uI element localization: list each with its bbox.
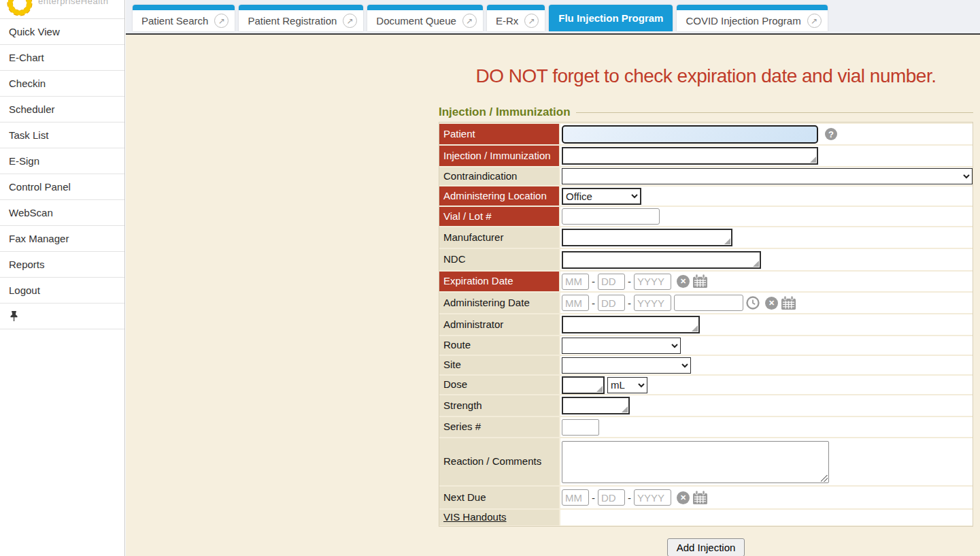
date-separator: - [628, 492, 631, 504]
program-tab-bar: Patient Search ↗ Patient Registration ↗ … [126, 0, 980, 35]
tab-accent-strip [677, 5, 827, 10]
row-expiration-date: Expiration Date - - ✕ [439, 272, 973, 291]
row-manufacturer: Manufacturer [439, 227, 973, 248]
expiration-day-input[interactable] [598, 274, 625, 290]
tab-covid-injection-program[interactable]: COVID Injection Program ↗ [677, 5, 827, 31]
administrator-input[interactable] [562, 316, 700, 333]
sidebar-item-scheduler[interactable]: Scheduler [0, 97, 124, 122]
sidebar-item-fax-manager[interactable]: Fax Manager [0, 226, 124, 252]
site-select[interactable] [562, 357, 691, 374]
clear-date-icon[interactable]: ✕ [677, 275, 690, 288]
vial-lot-label: Vial / Lot # [439, 207, 559, 226]
contraindication-select[interactable] [562, 168, 973, 184]
strength-input[interactable] [562, 397, 630, 414]
legend-divider [576, 112, 973, 113]
next-due-year-input[interactable] [634, 489, 671, 506]
tab-patient-search[interactable]: Patient Search ↗ [133, 5, 235, 31]
row-site: Site [439, 356, 973, 374]
launch-arrow-icon[interactable]: ↗ [343, 14, 357, 28]
tab-label: Flu Injection Program [558, 12, 663, 24]
launch-arrow-icon[interactable]: ↗ [462, 14, 477, 28]
expiration-month-input[interactable] [562, 274, 589, 290]
next-due-label: Next Due [439, 487, 559, 508]
tab-accent-strip [367, 5, 483, 10]
administering-time-input[interactable] [674, 295, 743, 311]
row-series: Series # [439, 417, 973, 437]
launch-arrow-icon[interactable]: ↗ [807, 14, 822, 28]
administering-month-input[interactable] [562, 295, 589, 311]
expiration-warning-text: DO NOT forget to check expiration date a… [439, 65, 973, 87]
add-injection-button[interactable]: Add Injection [667, 538, 745, 556]
vis-handouts-cell: VIS Handouts [439, 510, 559, 525]
reaction-comments-textarea[interactable] [562, 441, 829, 483]
administering-year-input[interactable] [634, 295, 671, 311]
administrator-label: Administrator [439, 314, 559, 335]
tab-flu-injection-program[interactable]: Flu Injection Program [549, 5, 673, 31]
main-content: DO NOT forget to check expiration date a… [126, 35, 980, 556]
sidebar-item-webscan[interactable]: WebScan [0, 200, 124, 226]
row-administering-date: Administering Date - - ✕ [439, 293, 973, 313]
next-due-day-input[interactable] [598, 489, 625, 506]
tab-accent-strip [239, 5, 363, 10]
date-separator: - [592, 276, 595, 287]
calendar-icon[interactable] [781, 296, 796, 310]
date-separator: - [592, 297, 595, 309]
sidebar-item-reports[interactable]: Reports [0, 252, 124, 278]
ndc-label: NDC [439, 249, 559, 270]
next-due-month-input[interactable] [562, 489, 589, 506]
administering-day-input[interactable] [598, 295, 625, 311]
ndc-input[interactable] [562, 251, 761, 269]
tab-document-queue[interactable]: Document Queue ↗ [367, 5, 483, 31]
injection-input[interactable] [562, 147, 818, 165]
row-dose: Dose mL [439, 376, 973, 394]
sidebar-item-e-sign[interactable]: E-Sign [0, 148, 124, 174]
pushpin-icon [10, 311, 18, 321]
manufacturer-input[interactable] [562, 229, 732, 246]
vial-lot-input[interactable] [562, 208, 660, 225]
launch-arrow-icon[interactable]: ↗ [524, 14, 539, 28]
sidebar-item-e-chart[interactable]: E-Chart [0, 45, 124, 71]
tab-label: Patient Search [141, 15, 208, 27]
form-legend-row: Injection / Immunization [439, 105, 973, 119]
dose-input[interactable] [562, 376, 605, 394]
calendar-icon[interactable] [692, 491, 708, 505]
expiration-year-input[interactable] [634, 274, 671, 290]
clock-icon[interactable] [746, 296, 760, 310]
sidebar: enterpriseHealth Quick View E-Chart Chec… [0, 0, 125, 556]
sidebar-item-quick-view[interactable]: Quick View [0, 19, 124, 45]
dose-unit-select[interactable]: mL [607, 377, 647, 393]
site-label: Site [439, 356, 559, 374]
sidebar-item-logout[interactable]: Logout [0, 278, 124, 304]
app-logo-icon [5, 0, 34, 18]
dose-label: Dose [439, 376, 559, 394]
tab-label: E-Rx [496, 15, 518, 27]
sidebar-item-checkin[interactable]: Checkin [0, 71, 124, 97]
tab-patient-registration[interactable]: Patient Registration ↗ [239, 5, 363, 31]
clear-date-icon[interactable]: ✕ [677, 491, 690, 504]
launch-arrow-icon[interactable]: ↗ [214, 14, 229, 28]
brand-text: enterpriseHealth [38, 0, 108, 6]
reaction-comments-label: Reaction / Comments [439, 438, 559, 485]
clear-date-icon[interactable]: ✕ [765, 297, 778, 310]
route-label: Route [439, 336, 559, 355]
patient-input[interactable] [562, 125, 818, 144]
help-icon[interactable]: ? [825, 128, 837, 140]
sidebar-item-control-panel[interactable]: Control Panel [0, 174, 124, 200]
injection-label: Injection / Immunization [439, 146, 559, 166]
tab-e-rx[interactable]: E-Rx ↗ [487, 5, 545, 31]
sidebar-pin-button[interactable] [0, 304, 124, 329]
row-vial-lot: Vial / Lot # [439, 207, 973, 226]
sidebar-item-task-list[interactable]: Task List [0, 122, 124, 148]
tab-label: COVID Injection Program [686, 15, 800, 27]
tab-label: Patient Registration [248, 15, 337, 27]
route-select[interactable] [562, 338, 681, 354]
calendar-icon[interactable] [692, 274, 708, 289]
row-injection: Injection / Immunization [439, 146, 973, 166]
administering-date-label: Administering Date [439, 293, 559, 313]
row-reaction-comments: Reaction / Comments [439, 438, 973, 485]
row-strength: Strength [439, 395, 973, 416]
administering-location-select[interactable]: Office [562, 188, 641, 205]
series-input[interactable] [562, 419, 599, 436]
tab-label: Document Queue [376, 15, 456, 27]
vis-handouts-link[interactable]: VIS Handouts [443, 512, 507, 523]
